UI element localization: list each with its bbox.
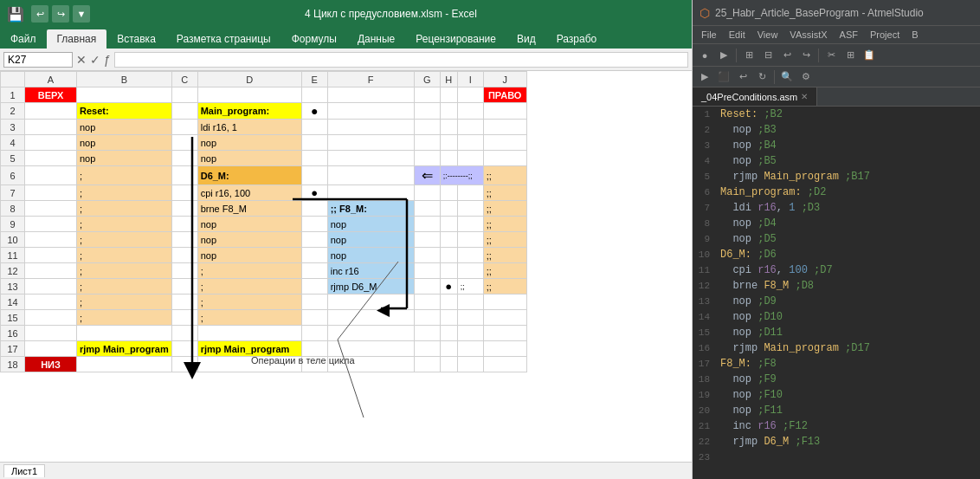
cell-F13[interactable]: rjmp D6_M bbox=[327, 279, 414, 295]
cell-A1[interactable]: ВЕРХ bbox=[25, 87, 77, 103]
tab-file[interactable]: Файл bbox=[0, 29, 47, 49]
col-header-F[interactable]: F bbox=[327, 72, 414, 87]
name-box[interactable] bbox=[3, 52, 73, 68]
cell-D4[interactable]: nop bbox=[197, 135, 301, 151]
cell-J11[interactable]: ;; bbox=[483, 248, 526, 263]
cell-HI6[interactable]: ;:--------;; bbox=[440, 166, 483, 185]
cell-E6[interactable] bbox=[301, 166, 327, 185]
cell-A6[interactable] bbox=[25, 166, 77, 185]
cell-A13[interactable] bbox=[25, 279, 77, 295]
cell-J13[interactable]: ;; bbox=[483, 279, 526, 295]
cell-E4[interactable] bbox=[301, 135, 327, 151]
col-header-G[interactable]: G bbox=[414, 72, 440, 87]
cell-I18[interactable] bbox=[457, 357, 483, 372]
cell-D6[interactable]: D6_M: bbox=[197, 166, 301, 185]
cell-J16[interactable] bbox=[483, 326, 526, 341]
cell-F1[interactable] bbox=[327, 87, 414, 103]
tab-review[interactable]: Рецензирование bbox=[405, 29, 506, 49]
toolbar2-btn-1[interactable]: ▶ bbox=[696, 68, 713, 86]
cell-A10[interactable] bbox=[25, 232, 77, 248]
sheet-tab-1[interactable]: Лист1 bbox=[3, 464, 45, 477]
tab-layout[interactable]: Разметка страницы bbox=[166, 29, 281, 49]
cell-C18[interactable] bbox=[171, 357, 197, 372]
cell-J15[interactable] bbox=[483, 310, 526, 326]
cell-G2[interactable] bbox=[414, 103, 440, 120]
cell-G7[interactable] bbox=[414, 185, 440, 201]
toolbar-btn-7[interactable]: ✂ bbox=[822, 47, 840, 64]
cell-F3[interactable] bbox=[327, 120, 414, 135]
cell-I8[interactable] bbox=[457, 201, 483, 217]
cell-H13[interactable]: ● bbox=[440, 279, 457, 295]
menu-project[interactable]: Project bbox=[865, 28, 905, 42]
cell-C13[interactable] bbox=[171, 279, 197, 295]
cell-I15[interactable] bbox=[457, 310, 483, 326]
cell-D7[interactable]: cpi r16, 100 bbox=[197, 185, 301, 201]
col-header-A[interactable]: A bbox=[25, 72, 77, 87]
cell-H11[interactable] bbox=[440, 248, 457, 263]
cell-B15[interactable]: ; bbox=[77, 310, 172, 326]
cell-B5[interactable]: nop bbox=[77, 151, 172, 166]
cell-I1[interactable] bbox=[457, 87, 483, 103]
cell-B12[interactable]: ; bbox=[77, 263, 172, 279]
cell-H16[interactable] bbox=[440, 326, 457, 341]
cell-A5[interactable] bbox=[25, 151, 77, 166]
cell-I12[interactable] bbox=[457, 263, 483, 279]
cell-B11[interactable]: ; bbox=[77, 248, 172, 263]
cell-B4[interactable]: nop bbox=[77, 135, 172, 151]
cell-J3[interactable] bbox=[483, 120, 526, 135]
cell-A7[interactable] bbox=[25, 185, 77, 201]
toolbar-btn-6[interactable]: ↪ bbox=[797, 47, 815, 64]
cell-B13[interactable]: ; bbox=[77, 279, 172, 295]
cell-I5[interactable] bbox=[457, 151, 483, 166]
cell-I13[interactable]: ;; bbox=[457, 279, 483, 295]
toolbar-btn-2[interactable]: ▶ bbox=[715, 47, 732, 64]
confirm-icon[interactable]: ✓ bbox=[90, 53, 100, 67]
cell-E12[interactable] bbox=[301, 263, 327, 279]
cell-J2[interactable] bbox=[483, 103, 526, 120]
save-button[interactable]: ▼ bbox=[73, 5, 90, 23]
tab-close-icon[interactable]: ✕ bbox=[801, 92, 808, 101]
cell-H17[interactable] bbox=[440, 341, 457, 357]
cell-B10[interactable]: ; bbox=[77, 232, 172, 248]
cell-C10[interactable] bbox=[171, 232, 197, 248]
cell-H14[interactable] bbox=[440, 295, 457, 310]
cell-H7[interactable] bbox=[440, 185, 457, 201]
cell-E14[interactable] bbox=[301, 295, 327, 310]
redo-button[interactable]: ↪ bbox=[52, 5, 69, 23]
cell-A2[interactable] bbox=[25, 103, 77, 120]
cell-E16[interactable] bbox=[301, 326, 327, 341]
cell-E13[interactable] bbox=[301, 279, 327, 295]
cell-H3[interactable] bbox=[440, 120, 457, 135]
tab-dev[interactable]: Разрабо bbox=[546, 29, 608, 49]
toolbar-btn-5[interactable]: ↩ bbox=[778, 47, 796, 64]
cell-J5[interactable] bbox=[483, 151, 526, 166]
tab-data[interactable]: Данные bbox=[347, 29, 405, 49]
cell-B16[interactable] bbox=[77, 326, 172, 341]
cell-B14[interactable]: ; bbox=[77, 295, 172, 310]
cell-E1[interactable] bbox=[301, 87, 327, 103]
cell-D17[interactable]: rjmp Main_program bbox=[197, 341, 301, 357]
col-header-E[interactable]: E bbox=[301, 72, 327, 87]
cell-F12[interactable]: inc r16 bbox=[327, 263, 414, 279]
cell-D14[interactable]: ; bbox=[197, 295, 301, 310]
formula-input[interactable] bbox=[114, 52, 688, 68]
cell-B6[interactable]: ; bbox=[77, 166, 172, 185]
cell-B18[interactable] bbox=[77, 357, 172, 372]
cell-E5[interactable] bbox=[301, 151, 327, 166]
cell-B17[interactable]: rjmp Main_program bbox=[77, 341, 172, 357]
cell-I9[interactable] bbox=[457, 217, 483, 232]
cell-G1[interactable] bbox=[414, 87, 440, 103]
cell-G4[interactable] bbox=[414, 135, 440, 151]
function-icon[interactable]: ƒ bbox=[104, 53, 111, 67]
col-header-H[interactable]: H bbox=[440, 72, 457, 87]
cell-C9[interactable] bbox=[171, 217, 197, 232]
atmel-tab-precon[interactable]: _04PreConditions.asm ✕ bbox=[693, 87, 817, 106]
cell-G13[interactable] bbox=[414, 279, 440, 295]
cell-D9[interactable]: nop bbox=[197, 217, 301, 232]
cell-I7[interactable] bbox=[457, 185, 483, 201]
toolbar2-btn-3[interactable]: ↩ bbox=[734, 68, 751, 86]
cell-D1[interactable] bbox=[197, 87, 301, 103]
cell-A18[interactable]: НИЗ bbox=[25, 357, 77, 372]
cell-F4[interactable] bbox=[327, 135, 414, 151]
cell-G11[interactable] bbox=[414, 248, 440, 263]
